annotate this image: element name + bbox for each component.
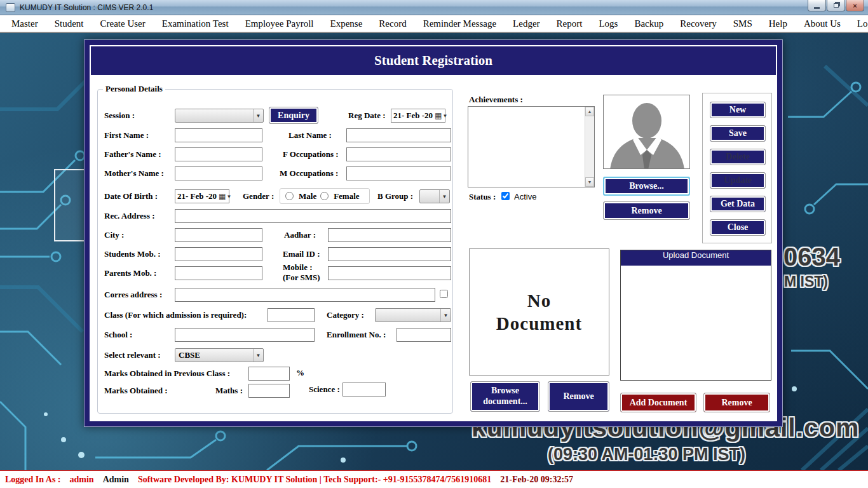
reg-date-picker[interactable]: 21- Feb -20 ▦ ▼ — [391, 109, 445, 123]
close-form-button[interactable]: Close — [710, 219, 766, 236]
menu-help[interactable]: Help — [769, 18, 787, 29]
delete-button[interactable]: Delete — [710, 149, 766, 165]
first-name-input[interactable] — [175, 128, 262, 142]
menu-about-us[interactable]: About Us — [804, 18, 841, 29]
school-input[interactable] — [175, 328, 315, 342]
logged-in-role: Admin — [103, 475, 129, 485]
menu-reminder-message[interactable]: Reminder Message — [423, 18, 496, 29]
mother-name-input[interactable] — [175, 166, 262, 180]
restore-button[interactable] — [827, 0, 845, 11]
marks-previous-label: Marks Obtained in Previous Class : — [104, 369, 230, 379]
menu-logout[interactable]: Logout — [857, 18, 868, 29]
maths-input[interactable] — [248, 384, 290, 398]
menu-employee-payroll[interactable]: Employee Payroll — [245, 18, 314, 29]
document-remove-button[interactable]: Remove — [548, 381, 609, 412]
first-name-label: First Name : — [104, 130, 149, 140]
gender-radio-group: Male Female — [280, 188, 370, 204]
menu-create-user[interactable]: Create User — [100, 18, 146, 29]
scroll-down-icon[interactable]: ▼ — [585, 177, 594, 187]
select-relevant-dropdown[interactable]: CBSE ▼ — [175, 348, 264, 362]
close-button[interactable]: × — [846, 0, 864, 11]
enquiry-button[interactable]: Enquiry — [269, 107, 318, 124]
male-radio[interactable] — [285, 192, 294, 200]
rec-address-input[interactable] — [175, 209, 451, 223]
science-label: Science : — [309, 384, 340, 395]
corres-address-input[interactable] — [175, 288, 435, 302]
menu-bar: Master Student Create User Examination T… — [0, 15, 868, 33]
city-input[interactable] — [175, 228, 262, 242]
add-document-button[interactable]: Add Document — [620, 393, 696, 412]
menu-report[interactable]: Report — [557, 18, 583, 29]
document-preview-box: No Document — [469, 248, 609, 376]
marks-previous-input[interactable] — [248, 367, 290, 381]
mobile-sub-label: (For SMS) — [283, 273, 320, 282]
menu-logs[interactable]: Logs — [599, 18, 618, 29]
get-data-button[interactable]: Get Data — [710, 196, 766, 212]
maths-label: Maths : — [215, 386, 243, 396]
dob-picker[interactable]: 21- Feb -20 ▦ ▼ — [175, 189, 229, 203]
aadhar-input[interactable] — [328, 228, 451, 242]
menu-record[interactable]: Record — [379, 18, 406, 29]
new-button[interactable]: New — [710, 102, 766, 118]
window-title: KUMUDY IT Solution : CIMS VER 2.0.1 — [20, 3, 153, 12]
menu-expense[interactable]: Expense — [330, 18, 363, 29]
status-timestamp: 21-Feb-20 09:32:57 — [500, 475, 573, 485]
b-group-label: B Group : — [377, 191, 413, 201]
achievements-scrollbar[interactable]: ▲ ▼ — [585, 107, 594, 187]
restore-icon — [834, 3, 839, 8]
title-bar: KUMUDY IT Solution : CIMS VER 2.0.1 × — [0, 0, 868, 15]
email-id-input[interactable] — [328, 247, 451, 261]
dropdown-arrow-icon: ▼ — [226, 194, 233, 200]
enrollment-input[interactable] — [397, 328, 451, 342]
minimize-button[interactable] — [808, 0, 826, 11]
achievements-textarea[interactable] — [468, 107, 585, 187]
last-name-input[interactable] — [346, 128, 451, 142]
f-occupations-input[interactable] — [346, 147, 451, 161]
avatar-placeholder-icon — [604, 95, 690, 169]
email-id-label: Email ID : — [283, 249, 320, 259]
mobile-sms-input[interactable] — [328, 266, 451, 280]
dob-label: Date Of Birth : — [104, 191, 158, 201]
science-input[interactable] — [342, 383, 386, 396]
close-icon: × — [853, 2, 857, 10]
menu-sms[interactable]: SMS — [733, 18, 752, 29]
menu-backup[interactable]: Backup — [634, 18, 663, 29]
m-occupations-label: M Occupations : — [280, 168, 338, 179]
menu-ledger[interactable]: Ledger — [513, 18, 539, 29]
desktop-background: 0634 M IST) kumudyitsolution@gmail.com (… — [0, 33, 868, 470]
save-button[interactable]: Save — [710, 125, 766, 142]
update-button[interactable]: Update — [710, 172, 766, 189]
marks-obtained-label: Marks Obtained : — [104, 386, 168, 396]
female-radio[interactable] — [320, 192, 329, 200]
father-name-input[interactable] — [175, 147, 262, 161]
parents-mob-input[interactable] — [175, 266, 262, 280]
menu-recovery[interactable]: Recovery — [680, 18, 716, 29]
aadhar-label: Aadhar : — [284, 230, 316, 240]
m-occupations-input[interactable] — [346, 166, 451, 180]
class-input[interactable] — [268, 308, 315, 322]
photo-browse-button[interactable]: Browse... — [603, 177, 690, 196]
wallpaper-number-fragment: 0634 — [783, 243, 840, 271]
session-dropdown[interactable]: ▼ — [175, 109, 264, 123]
menu-master[interactable]: Master — [11, 18, 38, 29]
scroll-up-icon[interactable]: ▲ — [585, 107, 594, 116]
browse-document-button[interactable]: Browse document... — [470, 381, 540, 412]
same-address-checkbox[interactable] — [440, 290, 448, 298]
reg-date-label: Reg Date : — [348, 111, 385, 121]
dropdown-arrow-icon: ▼ — [253, 109, 263, 122]
photo-remove-button[interactable]: Remove — [603, 201, 690, 220]
father-name-label: Father's Name : — [104, 149, 161, 159]
menu-student[interactable]: Student — [55, 18, 84, 29]
upload-remove-button[interactable]: Remove — [703, 393, 770, 412]
school-label: School : — [104, 330, 132, 340]
category-dropdown[interactable]: ▼ — [375, 308, 451, 322]
student-registration-window: Student Registration Personal Details Se… — [84, 39, 783, 427]
f-occupations-label: F Occupations : — [283, 149, 339, 159]
female-label: Female — [334, 191, 359, 201]
upload-document-list[interactable] — [621, 266, 771, 380]
upload-document-header: Upload Document — [621, 250, 771, 266]
b-group-dropdown[interactable]: ▼ — [419, 189, 450, 203]
active-checkbox[interactable] — [501, 192, 510, 200]
students-mob-input[interactable] — [175, 247, 262, 261]
menu-examination-test[interactable]: Examination Test — [162, 18, 229, 29]
